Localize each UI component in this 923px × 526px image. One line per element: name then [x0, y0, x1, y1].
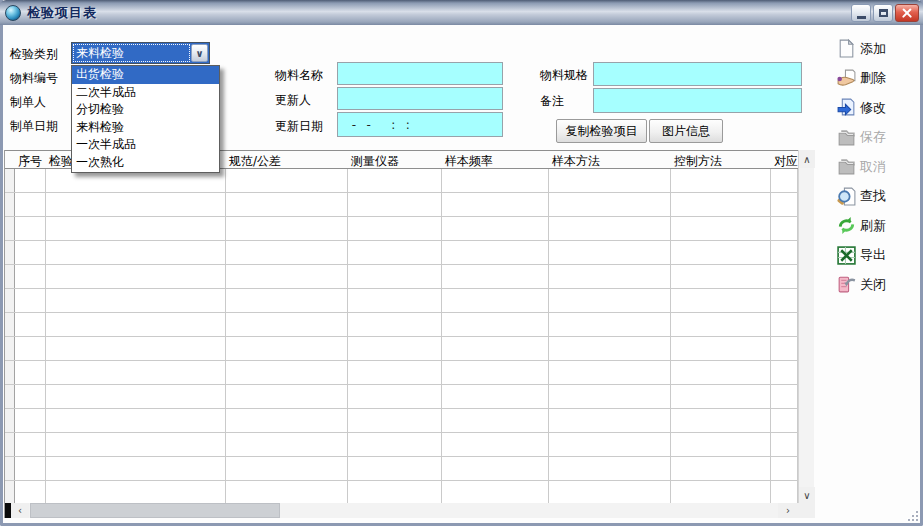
minimize-icon [857, 16, 866, 19]
dropdown-item[interactable]: 来料检验 [72, 119, 219, 137]
dropdown-item[interactable]: 一次熟化 [72, 154, 219, 172]
table-cell [442, 361, 549, 384]
table-cell [46, 361, 226, 384]
table-row[interactable] [5, 169, 798, 193]
hscroll-thumb[interactable] [30, 503, 280, 518]
dropdown-item[interactable]: 分切检验 [72, 101, 219, 119]
table-cell [226, 169, 348, 192]
modify-button[interactable]: 修改 [836, 93, 920, 123]
sidebar-button-label: 关闭 [860, 276, 886, 294]
table-row[interactable] [5, 337, 798, 361]
table-cell [226, 457, 348, 480]
chevron-down-icon[interactable]: ∨ [191, 44, 208, 62]
row-header-cell [5, 457, 15, 480]
close-button[interactable]: 关闭 [836, 270, 920, 300]
table-cell [671, 433, 771, 456]
search-icon [836, 186, 857, 207]
resize-grip[interactable] [906, 509, 918, 521]
table-cell [15, 337, 46, 360]
scroll-up-icon[interactable]: ∧ [799, 150, 815, 168]
updater-input[interactable] [337, 87, 503, 110]
table-cell [348, 361, 442, 384]
delete-button[interactable]: 删除 [836, 64, 920, 94]
table-cell [46, 289, 226, 312]
table-cell [348, 289, 442, 312]
update-date-label: 更新日期 [275, 118, 323, 135]
table-row[interactable] [5, 289, 798, 313]
table-cell [549, 457, 671, 480]
table-cell [771, 385, 798, 408]
table-cell [348, 241, 442, 264]
table-cell [771, 217, 798, 240]
table-cell [671, 313, 771, 336]
minimize-button[interactable] [851, 4, 871, 22]
table-row[interactable] [5, 217, 798, 241]
title-bar[interactable]: 检验项目表 [0, 0, 923, 25]
maximize-button[interactable] [873, 4, 893, 22]
table-row[interactable] [5, 457, 798, 481]
table-row[interactable] [5, 433, 798, 457]
table-cell [46, 433, 226, 456]
table-cell [671, 361, 771, 384]
table-cell [671, 481, 771, 503]
add-button[interactable]: 添加 [836, 34, 920, 64]
table-cell [671, 169, 771, 192]
horizontal-scrollbar[interactable]: ‹ › [5, 503, 798, 518]
table-cell [442, 313, 549, 336]
app-window: 检验项目表 检验类别 物料编号 制单人 制单日期 来料检验 ∨ 出货检验二次半成… [0, 0, 923, 526]
column-header: 控制方法 [671, 151, 771, 168]
table-cell [671, 289, 771, 312]
table-cell [15, 169, 46, 192]
material-name-input[interactable] [337, 62, 503, 85]
table-cell [46, 217, 226, 240]
table-row[interactable] [5, 481, 798, 503]
table-row[interactable] [5, 409, 798, 433]
table-row[interactable] [5, 313, 798, 337]
row-header-cell [5, 241, 15, 264]
dropdown-item[interactable]: 一次半成品 [72, 136, 219, 154]
table-body [5, 169, 798, 503]
scroll-left-icon[interactable]: ‹ [11, 503, 29, 518]
dropdown-item[interactable]: 二次半成品 [72, 84, 219, 102]
table-cell [226, 313, 348, 336]
table-cell [15, 289, 46, 312]
table-cell [226, 361, 348, 384]
table-cell [549, 193, 671, 216]
image-info-button[interactable]: 图片信息 [649, 119, 723, 143]
table-cell [549, 409, 671, 432]
scroll-right-icon[interactable]: › [778, 503, 798, 518]
copy-inspection-items-button[interactable]: 复制检验项目 [556, 119, 647, 143]
export-button[interactable]: 导出 [836, 241, 920, 271]
action-sidebar: 添加删除修改保存取消查找刷新导出关闭 [836, 34, 920, 300]
table-cell [549, 265, 671, 288]
vertical-scrollbar[interactable]: ∧ ∨ [798, 150, 814, 503]
inspection-category-value: 来料检验 [73, 44, 190, 62]
close-button[interactable] [895, 4, 919, 22]
category-label: 检验类别 [10, 46, 58, 63]
refresh-button[interactable]: 刷新 [836, 211, 920, 241]
table-cell [442, 289, 549, 312]
update-date-input[interactable] [337, 112, 503, 137]
sidebar-button-label: 删除 [860, 69, 886, 87]
table-cell [226, 409, 348, 432]
table-row[interactable] [5, 193, 798, 217]
table-row[interactable] [5, 265, 798, 289]
remark-input[interactable] [593, 88, 802, 113]
table-row[interactable] [5, 361, 798, 385]
column-header: 规范/公差 [226, 151, 348, 168]
table-cell [671, 265, 771, 288]
table-cell [771, 289, 798, 312]
table-cell [671, 217, 771, 240]
material-spec-input[interactable] [593, 62, 802, 86]
dropdown-item[interactable]: 出货检验 [72, 66, 219, 84]
table-row[interactable] [5, 241, 798, 265]
table-cell [348, 457, 442, 480]
find-button[interactable]: 查找 [836, 182, 920, 212]
row-header-cell [5, 169, 15, 192]
table-cell [348, 385, 442, 408]
table-row[interactable] [5, 385, 798, 409]
inspection-category-select[interactable]: 来料检验 ∨ [71, 42, 210, 64]
table-cell [46, 385, 226, 408]
table-cell [671, 193, 771, 216]
scroll-down-icon[interactable]: ∨ [799, 487, 815, 503]
